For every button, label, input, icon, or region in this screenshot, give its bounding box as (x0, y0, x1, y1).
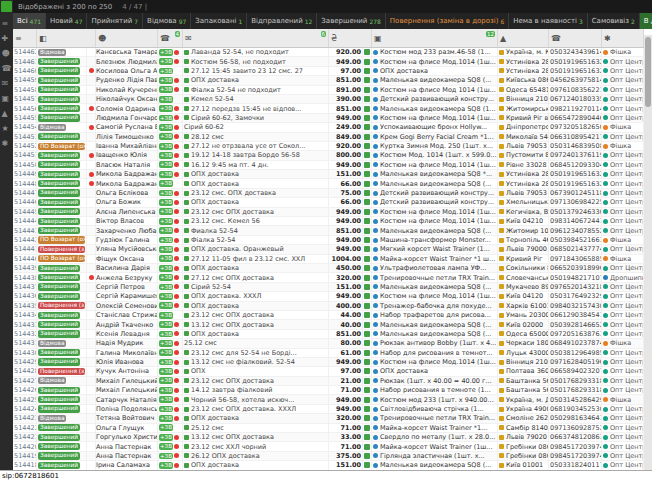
callback-badge[interactable]: +ЗВ (159, 359, 173, 366)
callback-badge[interactable]: +ЗВ (159, 349, 173, 356)
callback-badge[interactable]: +ЗВ (159, 424, 173, 431)
table-row[interactable]: 514424ЗавершенийПоліна Подолянська+ЗВ23.… (13, 405, 644, 414)
table-row[interactable]: 514433ЗавершенийАндрій Ткаченко+ЗВ13.12 … (13, 320, 644, 329)
callback-badge[interactable]: +ЗВ (159, 105, 173, 112)
callback-badge[interactable]: +ЗВ (159, 124, 173, 131)
callback-badge[interactable]: +ЗВ (159, 246, 173, 253)
callback-badge[interactable]: +ЗВ (159, 255, 173, 262)
tab-new[interactable]: Новий47 (46, 13, 87, 29)
table-row[interactable]: 514446ЗавершенийОльга Божик+ЗВОПХ достав… (13, 198, 644, 207)
header-name-column[interactable]: ☻ (96, 29, 158, 47)
callback-badge[interactable]: +ЗВ (159, 68, 173, 75)
stats-icon[interactable]: ▲ (2, 106, 12, 121)
header-phone-column[interactable]: ☎ (549, 29, 602, 47)
table-row[interactable]: 514461ЗавершенийБлезнюк Людмила+ЗВКостюм… (13, 57, 644, 66)
table-row[interactable]: 514438ЗавершенийАнжела Безруку+ЗВ27.12 с… (13, 273, 644, 282)
table-row[interactable]: 514451ЗавершенийІващенко Юлія+ЗВ19.12 14… (13, 151, 644, 160)
table-row[interactable]: 514454ВідмоваСамогій Руслана Во+ЗВСірий … (13, 123, 644, 132)
callback-badge[interactable]: +ЗВ (159, 293, 173, 300)
table-row[interactable]: 514444ЗавершенийВіктор Власов+ЗВ23.12 см… (13, 217, 644, 226)
callback-badge[interactable]: +ЗВ (159, 208, 173, 215)
pager[interactable]: 4 / 47 | (122, 3, 147, 11)
table-row[interactable]: 514434ЗавершенийСтаніслав Стрижак+ЗВ23.1… (13, 311, 644, 320)
table-row[interactable]: 514427ВідмоваМихаіл Гилецький+ЗВ23.12 см… (13, 377, 644, 386)
contacts-icon[interactable]: ☻ (2, 46, 12, 61)
callback-badge[interactable]: +ЗВ (159, 180, 173, 187)
callback-badge[interactable]: +ЗВ (159, 443, 173, 450)
callback-badge[interactable]: +ЗВ (159, 462, 173, 469)
callback-badge[interactable]: +ЗВ (159, 368, 173, 375)
table-row[interactable]: 514455ЗавершенийЛюдмила Гончарова+ЗВСіри… (13, 114, 644, 123)
table-row[interactable]: 514421ЗавершенийГоргулько Христина+ЗВ13.… (13, 433, 644, 442)
table-row[interactable]: 514439ЗавершенийВасилина Дарія+ЗВОПХ дос… (13, 264, 644, 273)
callback-badge[interactable]: +ЗВ (159, 387, 173, 394)
table-row[interactable]: 514442ПО Возврат (ожГудзіюк Галина+ЗВФіа… (13, 236, 644, 245)
table-row[interactable]: 514449ЗавершенийМикола Бадражан+ЗВОПХ до… (13, 170, 644, 179)
table-row[interactable]: 514453ЗавершенийЛілія Тимошенко+ЗВ28.12 … (13, 133, 644, 142)
callback-badge[interactable]: +ЗВ (159, 96, 173, 103)
callback-badge[interactable]: +ЗВ (159, 331, 173, 338)
callback-badge[interactable]: +ЗВ (159, 396, 173, 403)
table-row[interactable]: 514429ЗавершенийЮлія Иванова+ЗВ13.12 смс… (13, 358, 644, 367)
tab-pickup[interactable]: Самовивіз2 (588, 13, 640, 29)
callback-badge[interactable]: +ЗВ (159, 312, 173, 319)
callback-badge[interactable]: +ЗВ (159, 133, 173, 140)
table-row[interactable]: 514452ПО Возврат (ожІванна Михайлівна+ЗВ… (13, 142, 644, 151)
header-prod-column[interactable]: ▣12 (372, 29, 498, 47)
tab-all[interactable]: Всі471 (13, 13, 46, 29)
table-row[interactable]: 514445ЗавершенийАлєна Липенська+ЗВ23.12 … (13, 208, 644, 217)
table-row[interactable]: 514419ЗавершенийАнна Пастернак+ЗВ26.12 О… (13, 452, 644, 461)
tab-refused[interactable]: Відмова97 (143, 13, 191, 29)
settings-icon[interactable]: ✱ (2, 136, 12, 151)
table-row[interactable]: 514422ЗавершенийОльга Глущук+ЗВ25.12 смс… (13, 424, 644, 433)
table-row[interactable]: 514440ПО Возврат (ожФіщук Оксана+ЗВ27.12… (13, 255, 644, 264)
mail-icon[interactable]: ✉ (2, 76, 12, 91)
table-row[interactable]: 514456ЗавершенийСоломія Одарина+ЗВ27.12 … (13, 104, 644, 113)
tab-in-transit[interactable]: В дорозі21 (640, 13, 652, 29)
tab-accepted[interactable]: Прийнятий7 (87, 13, 143, 29)
table-row[interactable]: 514459ЗавершенийРуденко Лідія Пав+ЗВОПХ … (13, 76, 644, 85)
callback-badge[interactable]: +ЗВ (159, 302, 173, 309)
table-row[interactable]: 514460ЗавершенийКосилова Ольга Ар+ЗВ27.1… (13, 67, 644, 76)
phone-icon[interactable]: ☎ (2, 61, 12, 76)
vertical-scrollbar[interactable] (644, 35, 652, 470)
callback-badge[interactable]: +ЗВ (159, 265, 173, 272)
tab-out-of-stock[interactable]: Нема в наявності3 (509, 13, 587, 29)
callback-badge[interactable]: +ЗВ (159, 161, 173, 168)
callback-badge[interactable]: +ЗВ (159, 274, 173, 281)
tab-shipped[interactable]: Відправлений12 (247, 13, 317, 29)
callback-badge[interactable]: +ЗВ (159, 49, 173, 56)
add-order-icon[interactable]: ✚ (2, 31, 12, 46)
header-price-column[interactable]: ₴ (329, 29, 372, 47)
callback-badge[interactable]: +ЗВ (159, 377, 173, 384)
table-row[interactable]: 514447ЗавершенийОльга Бєлікова+ЗВ23.12 с… (13, 189, 644, 198)
header-call-column[interactable]: ☎4 (158, 29, 183, 47)
callback-badge[interactable]: +ЗВ (159, 58, 173, 65)
header-reg-column[interactable]: ▲ (498, 29, 549, 47)
table-row[interactable]: 514458ЗавершенийНиколай Кучеренко+ЗВФіал… (13, 86, 644, 95)
callback-badge[interactable]: +ЗВ (159, 171, 173, 178)
table-row[interactable]: 514443ЗавершенийЗахарченко Люба+ЗВФиалка… (13, 226, 644, 235)
callback-badge[interactable]: +ЗВ (159, 115, 173, 122)
table-row[interactable]: 514430ЗавершенийГалина Миколаївна+ЗВ23.1… (13, 349, 644, 358)
header-id-column[interactable]: ≡ (13, 29, 37, 47)
callback-badge[interactable]: +ЗВ (159, 406, 173, 413)
callback-badge[interactable]: +ЗВ (159, 237, 173, 244)
callback-badge[interactable]: +ЗВ (159, 321, 173, 328)
tab-return-transit[interactable]: Повернення (заміна в дорозі)6 (386, 13, 509, 29)
table-row[interactable]: 514420ЗавершенийАнна Пастернак+ЗВ23.12 с… (13, 442, 644, 451)
callback-badge[interactable]: +ЗВ (159, 190, 173, 197)
table-row[interactable]: 514436ЗавершенийСергій Карамишев+ЗВОПХ д… (13, 292, 644, 301)
callback-badge[interactable]: +ЗВ (159, 143, 173, 150)
callback-badge[interactable]: +ЗВ (159, 340, 173, 347)
tab-completed[interactable]: Завершений278 (317, 13, 386, 29)
callback-badge[interactable]: +ЗВ (159, 415, 173, 422)
table-row[interactable]: 514437ЗавершенийСергій Петров+ЗВСірий 52… (13, 283, 644, 292)
table-row[interactable]: 514462ВідмоваКанєвська Тамара+ЗВЛаванда … (13, 48, 644, 57)
callback-badge[interactable]: +ЗВ (159, 227, 173, 234)
scrollbar-thumb[interactable] (645, 37, 651, 107)
tab-packed[interactable]: Запаковані1 (191, 13, 247, 29)
menu-icon[interactable]: ≡ (2, 16, 12, 31)
table-row[interactable]: 514448ЗавершенийМикола Бадражан+ЗВОПХ до… (13, 179, 644, 188)
callback-badge[interactable]: +ЗВ (159, 218, 173, 225)
